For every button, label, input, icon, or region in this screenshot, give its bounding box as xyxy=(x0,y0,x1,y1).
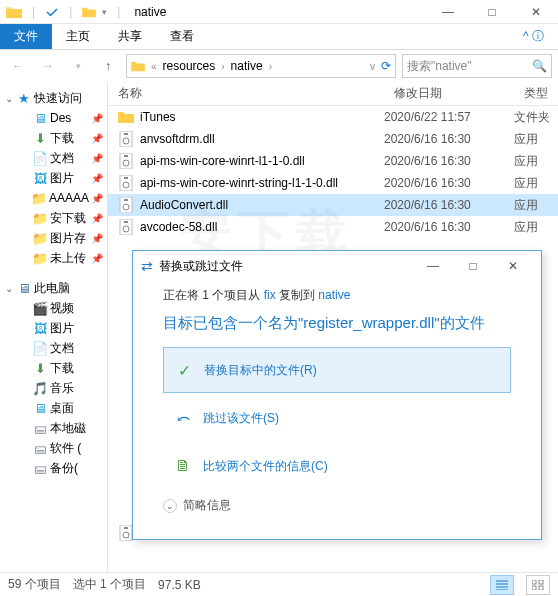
search-input[interactable]: 搜索"native" 🔍 xyxy=(402,54,552,78)
quick-save-icon[interactable] xyxy=(45,5,59,19)
dialog-maximize-button[interactable]: □ xyxy=(453,252,493,280)
collapse-icon[interactable]: ⌄ xyxy=(4,283,14,294)
divider: | xyxy=(117,5,120,19)
col-name[interactable]: 名称 xyxy=(108,85,384,102)
svg-rect-18 xyxy=(532,580,536,584)
divider: | xyxy=(32,5,35,19)
nav-item[interactable]: 📄文档📌 xyxy=(0,148,107,168)
pin-icon: 📌 xyxy=(91,173,103,184)
svg-rect-14 xyxy=(124,221,128,223)
search-placeholder: 搜索"native" xyxy=(407,58,528,75)
dialog-titlebar: ⇄ 替换或跳过文件 — □ ✕ xyxy=(133,251,541,281)
tab-file[interactable]: 文件 xyxy=(0,24,52,49)
status-bar: 59 个项目 选中 1 个项目 97.5 KB xyxy=(0,572,558,596)
tab-share[interactable]: 共享 xyxy=(104,24,156,49)
window-title: native xyxy=(134,5,166,19)
option-compare[interactable]: 🗎 比较两个文件的信息(C) xyxy=(163,443,511,489)
tab-home[interactable]: 主页 xyxy=(52,24,104,49)
replace-skip-dialog: ⇄ 替换或跳过文件 — □ ✕ 正在将 1 个项目从 fix 复制到 nativ… xyxy=(132,250,542,540)
folder-icon xyxy=(131,60,145,72)
svg-rect-20 xyxy=(532,586,536,590)
nav-item[interactable]: 🖴备份( xyxy=(0,458,107,478)
nav-up-button[interactable]: ↑ xyxy=(96,54,120,78)
folder-icon: 🖼 xyxy=(32,320,48,336)
folder-icon: 🖼 xyxy=(32,170,48,186)
folder-small-icon[interactable] xyxy=(82,6,96,18)
option-skip[interactable]: ⤺ 跳过该文件(S) xyxy=(163,395,511,441)
nav-back-button[interactable]: ← xyxy=(6,54,30,78)
address-bar-row: ← → ▾ ↑ « resources › native › v ⟳ 搜索"na… xyxy=(0,50,558,82)
pin-icon: 📌 xyxy=(91,153,103,164)
breadcrumb[interactable]: resources xyxy=(163,59,216,73)
folder-icon: 🎵 xyxy=(32,380,48,396)
file-row[interactable]: api-ms-win-core-winrt-string-l1-1-0.dll2… xyxy=(108,172,558,194)
chevron-icon[interactable]: › xyxy=(269,61,272,72)
nav-recent-button[interactable]: ▾ xyxy=(66,54,90,78)
nav-item[interactable]: 🖴本地磁 xyxy=(0,418,107,438)
nav-item[interactable]: 📁未上传📌 xyxy=(0,248,107,268)
nav-item[interactable]: 📁图片存📌 xyxy=(0,228,107,248)
svg-rect-19 xyxy=(539,580,543,584)
nav-this-pc[interactable]: ⌄ 🖥 此电脑 xyxy=(0,278,107,298)
nav-item[interactable]: 🎬视频 xyxy=(0,298,107,318)
svg-rect-17 xyxy=(124,527,128,529)
maximize-button[interactable]: □ xyxy=(470,0,514,24)
compare-icon: 🗎 xyxy=(173,457,193,475)
nav-item[interactable]: 🖼图片📌 xyxy=(0,168,107,188)
pc-icon: 🖥 xyxy=(16,280,32,296)
folder-icon xyxy=(118,109,134,125)
address-bar[interactable]: « resources › native › v ⟳ xyxy=(126,54,396,78)
col-type[interactable]: 类型 xyxy=(514,85,558,102)
breadcrumb[interactable]: native xyxy=(231,59,263,73)
nav-item[interactable]: 📁安下载📌 xyxy=(0,208,107,228)
pin-icon: 📌 xyxy=(91,213,103,224)
minimize-button[interactable]: — xyxy=(426,0,470,24)
folder-icon: 🖥 xyxy=(32,110,48,126)
file-icon xyxy=(118,131,134,147)
folder-icon: 📁 xyxy=(32,250,48,266)
file-row[interactable]: iTunes2020/6/22 11:57文件夹 xyxy=(108,106,558,128)
svg-rect-8 xyxy=(124,177,128,179)
search-icon[interactable]: 🔍 xyxy=(532,59,547,73)
folder-icon: 📄 xyxy=(32,340,48,356)
collapse-icon[interactable]: ⌄ xyxy=(4,93,14,104)
nav-item[interactable]: 🖥桌面 xyxy=(0,398,107,418)
nav-item[interactable]: 🎵音乐 xyxy=(0,378,107,398)
folder-icon: 🖥 xyxy=(32,400,48,416)
nav-item[interactable]: 🖴软件 ( xyxy=(0,438,107,458)
view-details-button[interactable] xyxy=(490,575,514,595)
dialog-minimize-button[interactable]: — xyxy=(413,252,453,280)
nav-item[interactable]: ⬇下载📌 xyxy=(0,128,107,148)
ribbon-help[interactable]: ^ ⓘ xyxy=(509,24,558,49)
folder-icon: ⬇ xyxy=(32,130,48,146)
divider: | xyxy=(69,5,72,19)
chevron-icon[interactable]: › xyxy=(221,61,224,72)
option-replace[interactable]: ✓ 替换目标中的文件(R) xyxy=(163,347,511,393)
check-icon: ✓ xyxy=(174,361,194,380)
file-row[interactable]: api-ms-win-core-winrt-l1-1-0.dll2020/6/1… xyxy=(108,150,558,172)
nav-item[interactable]: 🖼图片 xyxy=(0,318,107,338)
file-icon xyxy=(118,153,134,169)
file-row[interactable]: anvsoftdrm.dll2020/6/16 16:30应用 xyxy=(108,128,558,150)
col-date[interactable]: 修改日期 xyxy=(384,85,514,102)
file-row[interactable]: avcodec-58.dll2020/6/16 16:30应用 xyxy=(108,216,558,238)
file-row[interactable]: AudioConvert.dll2020/6/16 16:30应用 xyxy=(108,194,558,216)
more-details-toggle[interactable]: ⌄ 简略信息 xyxy=(163,497,511,514)
nav-item[interactable]: 📁AAAAA📌 xyxy=(0,188,107,208)
dialog-title: 替换或跳过文件 xyxy=(159,258,243,275)
folder-icon: 🖴 xyxy=(32,440,48,456)
nav-item[interactable]: 🖥Des📌 xyxy=(0,108,107,128)
file-icon xyxy=(118,219,134,235)
nav-item[interactable]: 📄文档 xyxy=(0,338,107,358)
view-icons-button[interactable] xyxy=(526,575,550,595)
nav-fwd-button[interactable]: → xyxy=(36,54,60,78)
dropdown-icon[interactable]: ▾ xyxy=(102,7,107,17)
nav-item[interactable]: ⬇下载 xyxy=(0,358,107,378)
chevron-icon[interactable]: « xyxy=(151,61,157,72)
refresh-icon[interactable]: ⟳ xyxy=(381,59,391,73)
nav-quick-access[interactable]: ⌄ ★ 快速访问 xyxy=(0,88,107,108)
close-button[interactable]: ✕ xyxy=(514,0,558,24)
dialog-close-button[interactable]: ✕ xyxy=(493,252,533,280)
dropdown-icon[interactable]: v xyxy=(370,61,375,72)
tab-view[interactable]: 查看 xyxy=(156,24,208,49)
